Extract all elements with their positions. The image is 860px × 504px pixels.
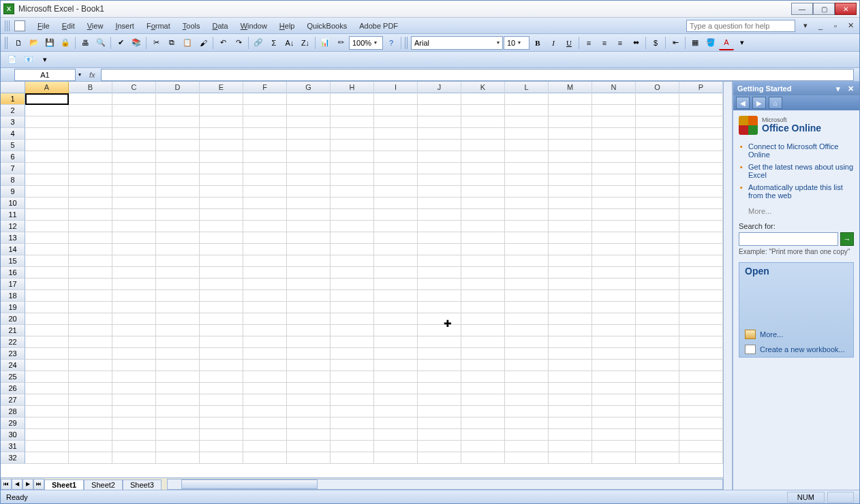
cell-G25[interactable] <box>287 371 331 383</box>
cell-E6[interactable] <box>200 151 243 163</box>
cell-B2[interactable] <box>69 105 112 116</box>
cell-F28[interactable] <box>243 406 287 418</box>
cell-A4[interactable] <box>25 128 69 140</box>
create-workbook-link[interactable]: Create a new workbook... <box>739 342 853 357</box>
cell-G24[interactable] <box>287 360 331 371</box>
cell-N14[interactable] <box>592 244 636 255</box>
cell-O14[interactable] <box>636 244 679 255</box>
cell-J30[interactable] <box>418 429 461 441</box>
cell-M18[interactable] <box>549 290 592 302</box>
cell-K23[interactable] <box>461 348 505 360</box>
cell-O26[interactable] <box>636 383 679 394</box>
cell-N18[interactable] <box>592 290 636 302</box>
row-header-22[interactable]: 22 <box>1 336 25 348</box>
cell-H2[interactable] <box>331 105 374 116</box>
cell-A15[interactable] <box>25 255 69 267</box>
cell-N32[interactable] <box>592 452 636 464</box>
column-header-L[interactable]: L <box>505 82 549 93</box>
taskpane-close-button[interactable]: ✕ <box>846 84 855 93</box>
column-header-P[interactable]: P <box>679 82 723 93</box>
cell-D14[interactable] <box>156 244 200 255</box>
cell-A32[interactable] <box>25 452 69 464</box>
cell-F6[interactable] <box>243 151 287 163</box>
cell-H14[interactable] <box>331 244 374 255</box>
cell-F27[interactable] <box>243 394 287 406</box>
row-header-11[interactable]: 11 <box>1 209 25 221</box>
cell-I3[interactable] <box>374 116 418 128</box>
cell-D8[interactable] <box>156 174 200 186</box>
cell-C30[interactable] <box>112 429 156 441</box>
cell-J28[interactable] <box>418 406 461 418</box>
cell-A6[interactable] <box>25 151 69 163</box>
column-header-E[interactable]: E <box>200 82 243 93</box>
cell-N4[interactable] <box>592 128 636 140</box>
cell-F13[interactable] <box>243 232 287 244</box>
cell-I5[interactable] <box>374 140 418 151</box>
row-header-29[interactable]: 29 <box>1 418 25 429</box>
cell-I6[interactable] <box>374 151 418 163</box>
cell-C10[interactable] <box>112 198 156 209</box>
taskpane-link-1[interactable]: Get the latest news about using Excel <box>739 161 854 181</box>
cell-P7[interactable] <box>679 163 723 174</box>
cell-I30[interactable] <box>374 429 418 441</box>
undo-button[interactable]: ↶ <box>215 35 230 50</box>
cell-B25[interactable] <box>69 371 112 383</box>
cell-C7[interactable] <box>112 163 156 174</box>
control-menu-icon[interactable] <box>14 20 25 31</box>
cell-B17[interactable] <box>69 279 112 290</box>
cell-P1[interactable] <box>679 93 723 105</box>
cell-E28[interactable] <box>200 406 243 418</box>
cell-K22[interactable] <box>461 336 505 348</box>
cell-D16[interactable] <box>156 267 200 279</box>
cell-A23[interactable] <box>25 348 69 360</box>
cell-P26[interactable] <box>679 383 723 394</box>
menu-format[interactable]: Format <box>141 20 176 32</box>
cell-L16[interactable] <box>505 267 549 279</box>
cell-C18[interactable] <box>112 290 156 302</box>
cell-P31[interactable] <box>679 441 723 452</box>
column-header-H[interactable]: H <box>331 82 374 93</box>
cell-F20[interactable] <box>243 313 287 325</box>
cell-I10[interactable] <box>374 198 418 209</box>
cell-N23[interactable] <box>592 348 636 360</box>
cell-D29[interactable] <box>156 418 200 429</box>
cell-P17[interactable] <box>679 279 723 290</box>
cell-N3[interactable] <box>592 116 636 128</box>
cell-G28[interactable] <box>287 406 331 418</box>
cell-D19[interactable] <box>156 302 200 313</box>
row-header-21[interactable]: 21 <box>1 325 25 336</box>
cell-B6[interactable] <box>69 151 112 163</box>
cell-A19[interactable] <box>25 302 69 313</box>
cell-D22[interactable] <box>156 336 200 348</box>
cell-I14[interactable] <box>374 244 418 255</box>
cell-A11[interactable] <box>25 209 69 221</box>
cell-O6[interactable] <box>636 151 679 163</box>
cell-O1[interactable] <box>636 93 679 105</box>
cell-O10[interactable] <box>636 198 679 209</box>
cell-D32[interactable] <box>156 452 200 464</box>
cell-B13[interactable] <box>69 232 112 244</box>
cell-A5[interactable] <box>25 140 69 151</box>
cell-P24[interactable] <box>679 360 723 371</box>
cell-H13[interactable] <box>331 232 374 244</box>
cell-I29[interactable] <box>374 418 418 429</box>
cell-F29[interactable] <box>243 418 287 429</box>
cell-N9[interactable] <box>592 186 636 198</box>
row-header-24[interactable]: 24 <box>1 360 25 371</box>
cell-G15[interactable] <box>287 255 331 267</box>
cell-H20[interactable] <box>331 313 374 325</box>
cell-O32[interactable] <box>636 452 679 464</box>
cell-P18[interactable] <box>679 290 723 302</box>
open-more-link[interactable]: More... <box>739 327 853 342</box>
cell-P28[interactable] <box>679 406 723 418</box>
taskpane-home-button[interactable]: ⌂ <box>769 97 782 109</box>
cell-D5[interactable] <box>156 140 200 151</box>
cell-D1[interactable] <box>156 93 200 105</box>
cell-I7[interactable] <box>374 163 418 174</box>
cell-O29[interactable] <box>636 418 679 429</box>
tab-last-button[interactable]: ⏭ <box>33 479 44 490</box>
cell-L8[interactable] <box>505 174 549 186</box>
cell-A2[interactable] <box>25 105 69 116</box>
cell-L3[interactable] <box>505 116 549 128</box>
cell-J27[interactable] <box>418 394 461 406</box>
